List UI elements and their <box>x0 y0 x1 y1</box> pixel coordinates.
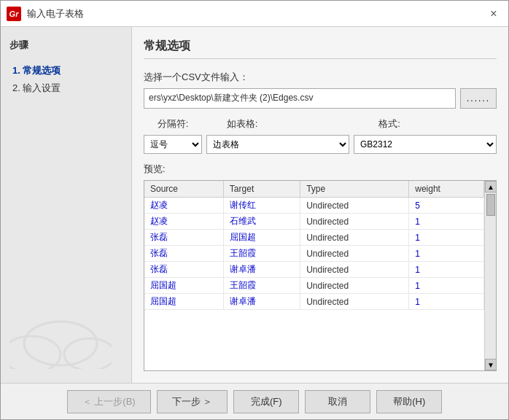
cell-type: Undirected <box>300 198 409 214</box>
options-labels-row: 分隔符: 如表格: 格式: <box>144 117 497 131</box>
watermark-icon <box>9 318 112 369</box>
table-row: 张磊谢卓潘Undirected1 <box>144 262 484 278</box>
browse-button[interactable]: ...... <box>460 88 497 109</box>
main-window: Gr 输入电子表格 × 步骤 1. 常规选项 2. 输入设置 <box>0 0 509 420</box>
separator-select[interactable]: 逗号 制表符 分号 空格 <box>144 135 202 154</box>
cell-source: 赵凌 <box>144 214 223 230</box>
format-select[interactable]: 边表格 节点表格 <box>206 135 349 154</box>
table-row: 赵凌石维武Undirected1 <box>144 214 484 230</box>
selects-row: 逗号 制表符 分号 空格 边表格 节点表格 GB2312 UTF-8 GBK <box>144 135 497 154</box>
cell-source: 张磊 <box>144 246 223 262</box>
sidebar-item-input-settings[interactable]: 2. 输入设置 <box>9 79 123 97</box>
panel-title: 常规选项 <box>144 39 497 59</box>
cell-type: Undirected <box>300 246 409 262</box>
cell-weight: 1 <box>409 214 484 230</box>
cell-type: Undirected <box>300 294 409 310</box>
cell-source: 屈国超 <box>144 294 223 310</box>
next-button[interactable]: 下一步 ＞ <box>157 390 228 413</box>
encoding-label: 格式: <box>282 117 497 131</box>
scrollbar[interactable]: ▲ ▼ <box>484 181 496 370</box>
cell-weight: 1 <box>409 262 484 278</box>
scroll-thumb[interactable] <box>486 194 495 216</box>
cell-weight: 1 <box>409 278 484 294</box>
scroll-track[interactable] <box>485 192 496 359</box>
cell-target: 王韶霞 <box>223 278 300 294</box>
cell-weight: 1 <box>409 230 484 246</box>
cell-weight: 1 <box>409 246 484 262</box>
cell-target: 谢传红 <box>223 198 300 214</box>
finish-button[interactable]: 完成(F) <box>233 390 299 413</box>
close-button[interactable]: × <box>485 5 502 23</box>
cell-weight: 5 <box>409 198 484 214</box>
cell-weight: 1 <box>409 294 484 310</box>
cell-source: 赵凌 <box>144 198 223 214</box>
sidebar-item-general[interactable]: 1. 常规选项 <box>9 62 123 79</box>
cell-type: Undirected <box>300 230 409 246</box>
col-weight: weight <box>409 181 484 198</box>
cancel-button[interactable]: 取消 <box>305 390 370 413</box>
encoding-select[interactable]: GB2312 UTF-8 GBK <box>354 135 497 154</box>
help-button[interactable]: 帮助(H) <box>376 390 442 413</box>
cell-source: 张磊 <box>144 230 223 246</box>
table-row: 屈国超谢卓潘Undirected1 <box>144 294 484 310</box>
cell-source: 张磊 <box>144 262 223 278</box>
preview-table-container: Source Target Type weight 赵凌谢传红Undirecte… <box>144 180 497 371</box>
format-label: 如表格: <box>202 117 282 131</box>
window-title: 输入电子表格 <box>27 7 485 20</box>
cell-target: 谢卓潘 <box>223 262 300 278</box>
cell-type: Undirected <box>300 262 409 278</box>
col-type: Type <box>300 181 409 198</box>
content-area: 步骤 1. 常规选项 2. 输入设置 常规选项 <box>1 27 508 383</box>
table-row: 赵凌谢传红Undirected5 <box>144 198 484 214</box>
svg-point-2 <box>64 338 112 369</box>
cell-target: 石维武 <box>223 214 300 230</box>
cell-target: 谢卓潘 <box>223 294 300 310</box>
title-bar: Gr 输入电子表格 × <box>1 1 508 27</box>
separator-label: 分隔符: <box>144 117 202 131</box>
table-row: 张磊屈国超Undirected1 <box>144 230 484 246</box>
cell-source: 屈国超 <box>144 278 223 294</box>
file-label: 选择一个CSV文件输入： <box>144 71 497 84</box>
cell-type: Undirected <box>300 214 409 230</box>
cell-type: Undirected <box>300 278 409 294</box>
file-path-display: ers\yxz\Desktop\新建文件夹 (2)\Edges.csv <box>144 88 456 109</box>
preview-table: Source Target Type weight 赵凌谢传红Undirecte… <box>144 181 484 310</box>
table-row: 屈国超王韶霞Undirected1 <box>144 278 484 294</box>
back-button[interactable]: ＜ 上一步(B) <box>67 390 151 413</box>
table-row: 张磊王韶霞Undirected1 <box>144 246 484 262</box>
cell-target: 王韶霞 <box>223 246 300 262</box>
sidebar-title: 步骤 <box>9 39 123 52</box>
main-panel: 常规选项 选择一个CSV文件输入： ers\yxz\Desktop\新建文件夹 … <box>132 27 508 383</box>
col-target: Target <box>223 181 300 198</box>
col-source: Source <box>144 181 223 198</box>
footer: ＜ 上一步(B) 下一步 ＞ 完成(F) 取消 帮助(H) <box>1 383 508 419</box>
app-icon: Gr <box>7 7 21 21</box>
scroll-up-button[interactable]: ▲ <box>485 181 497 192</box>
cell-target: 屈国超 <box>223 230 300 246</box>
scroll-down-button[interactable]: ▼ <box>485 359 497 370</box>
file-section: 选择一个CSV文件输入： ers\yxz\Desktop\新建文件夹 (2)\E… <box>144 71 497 109</box>
file-input-row: ers\yxz\Desktop\新建文件夹 (2)\Edges.csv ....… <box>144 88 497 109</box>
sidebar: 步骤 1. 常规选项 2. 输入设置 <box>1 27 132 383</box>
preview-label: 预览: <box>144 163 497 176</box>
